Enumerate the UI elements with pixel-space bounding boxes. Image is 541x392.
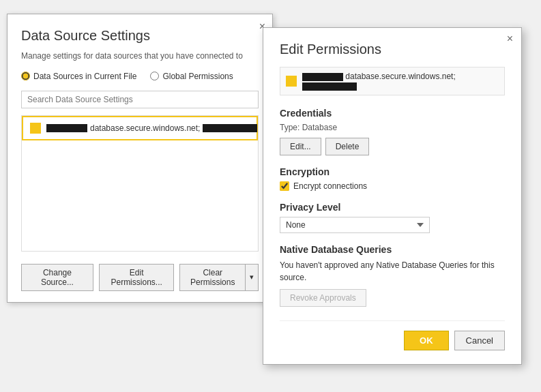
edit-dialog-title: Edit Permissions	[280, 42, 505, 57]
encryption-title: Encryption	[280, 166, 505, 177]
datasource-name-text: database.secure.windows.net;	[90, 123, 200, 133]
revoke-approvals-button[interactable]: Revoke Approvals	[280, 289, 366, 307]
edit-source-header: database.secure.windows.net;	[280, 67, 505, 95]
edit-dialog-footer: OK Cancel	[280, 320, 505, 350]
clear-permissions-split: Clear Permissions ▾	[179, 264, 259, 291]
credentials-edit-button[interactable]: Edit...	[280, 138, 321, 155]
edit-source-name: database.secure.windows.net;	[345, 72, 455, 81]
encryption-section: Encryption Encrypt connections	[280, 166, 505, 191]
native-queries-title: Native Database Queries	[280, 244, 505, 255]
privacy-level-title: Privacy Level	[280, 202, 505, 213]
native-queries-description: You haven't approved any Native Database…	[280, 259, 505, 284]
edit-redacted-db	[302, 82, 357, 91]
radio-global-input[interactable]	[150, 72, 159, 80]
credentials-section: Credentials Type: Database Edit... Delet…	[280, 108, 505, 155]
credentials-delete-button[interactable]: Delete	[325, 138, 370, 155]
encrypt-connections-text: Encrypt connections	[293, 181, 367, 191]
radio-global-label: Global Permissions	[162, 72, 233, 81]
datasource-list: database.secure.windows.net;	[21, 115, 259, 252]
native-queries-section: Native Database Queries You haven't appr…	[280, 244, 505, 307]
credentials-buttons: Edit... Delete	[280, 138, 505, 155]
privacy-level-section: Privacy Level None Public Organizational…	[280, 202, 505, 233]
main-dialog-description: Manage settings for data sources that yo…	[21, 50, 259, 62]
credentials-title: Credentials	[280, 108, 505, 119]
radio-group: Data Sources in Current File Global Perm…	[21, 72, 259, 81]
clear-permissions-button[interactable]: Clear Permissions	[179, 264, 245, 291]
redacted-server	[46, 124, 87, 132]
datasource-name: database.secure.windows.net;	[46, 123, 257, 133]
edit-redacted-server	[302, 73, 343, 81]
cancel-button[interactable]: Cancel	[454, 331, 505, 350]
edit-database-icon	[286, 76, 297, 87]
clear-permissions-arrow[interactable]: ▾	[245, 264, 259, 291]
main-dialog: × Data Source Settings Manage settings f…	[7, 14, 273, 303]
radio-current-file[interactable]: Data Sources in Current File	[21, 72, 136, 81]
search-input[interactable]	[21, 91, 259, 108]
change-source-button[interactable]: Change Source...	[21, 264, 93, 291]
credentials-type: Type: Database	[280, 123, 505, 132]
edit-source-text: database.secure.windows.net;	[302, 72, 499, 91]
main-dialog-footer: Change Source... Edit Permissions... Cle…	[21, 261, 259, 291]
main-dialog-title: Data Source Settings	[21, 28, 259, 44]
radio-global[interactable]: Global Permissions	[150, 72, 233, 81]
radio-current-file-input[interactable]	[21, 72, 30, 80]
edit-permissions-dialog: × Edit Permissions database.secure.windo…	[263, 27, 522, 365]
database-icon	[30, 123, 41, 134]
privacy-level-select[interactable]: None Public Organizational Private	[280, 217, 430, 233]
encrypt-connections-checkbox[interactable]	[280, 181, 289, 191]
edit-permissions-button[interactable]: Edit Permissions...	[99, 264, 175, 291]
encrypt-connections-label[interactable]: Encrypt connections	[280, 181, 505, 191]
edit-close-button[interactable]: ×	[507, 33, 513, 44]
ok-button[interactable]: OK	[404, 331, 449, 350]
redacted-db	[203, 124, 257, 132]
radio-current-file-label: Data Sources in Current File	[33, 72, 136, 81]
datasource-item[interactable]: database.secure.windows.net;	[22, 116, 258, 140]
